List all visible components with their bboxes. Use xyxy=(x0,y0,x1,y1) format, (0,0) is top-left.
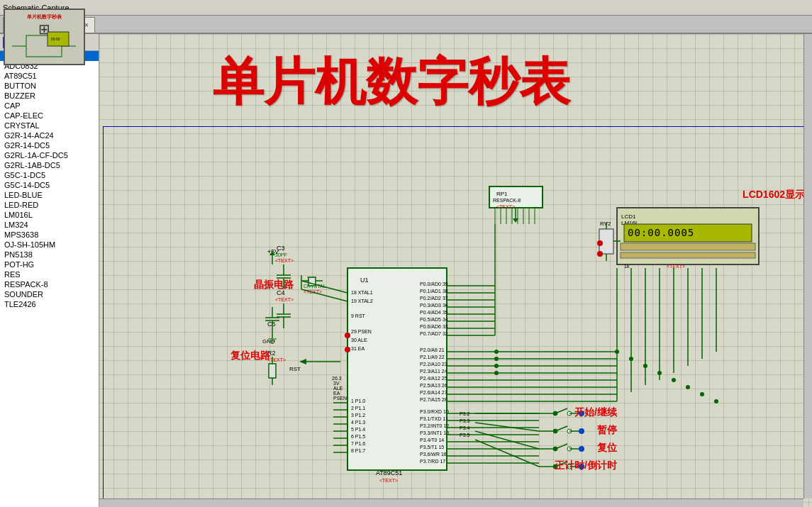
device-item-oj-sh-105hm[interactable]: OJ-SH-105HM xyxy=(0,240,99,250)
svg-text:P3.4: P3.4 xyxy=(460,425,470,430)
svg-point-160 xyxy=(553,429,557,433)
svg-text:P3.7/RD   17: P3.7/RD 17 xyxy=(420,459,445,464)
sidebar: 单片机数字秒表 ⊞ 00:00 P L DEVICES 1N4370AADC08… xyxy=(0,34,99,507)
svg-text:RV2: RV2 xyxy=(600,221,611,227)
device-item-cap[interactable]: CAP xyxy=(0,101,99,111)
svg-text:P3.2/INT0 12: P3.2/INT0 12 xyxy=(420,423,449,428)
svg-text:30PF: 30PF xyxy=(275,252,287,257)
svg-point-209 xyxy=(345,333,350,338)
btn-pause-label: 暂停 xyxy=(597,424,617,437)
device-item-pn5138[interactable]: PN5138 xyxy=(0,250,99,260)
svg-rect-118 xyxy=(617,208,759,264)
device-item-g5c-1-dc5[interactable]: G5C-1-DC5 xyxy=(0,170,99,180)
svg-text:GND: GND xyxy=(262,338,275,345)
svg-point-168 xyxy=(567,447,572,451)
device-item-crystal[interactable]: CRYSTAL xyxy=(0,121,99,130)
device-item-led-blue[interactable]: LED-BLUE xyxy=(0,190,99,200)
svg-text:LM16L: LM16L xyxy=(621,220,639,226)
thumbnail: 单片机数字秒表 ⊞ 00:00 xyxy=(4,9,85,65)
reset-label: 复位电路 xyxy=(230,350,270,362)
device-item-respack-8[interactable]: RESPACK-8 xyxy=(0,279,99,289)
svg-rect-124 xyxy=(621,243,755,250)
svg-point-202 xyxy=(629,357,633,361)
device-item-pot-hg[interactable]: POT-HG xyxy=(0,260,99,269)
svg-text:RP1: RP1 xyxy=(496,191,508,197)
device-item-lm324[interactable]: LM324 xyxy=(0,220,99,230)
svg-point-143 xyxy=(494,364,499,368)
device-item-at89c51[interactable]: AT89C51 xyxy=(0,71,99,81)
svg-line-93 xyxy=(301,281,347,293)
device-item-mps3638[interactable]: MPS3638 xyxy=(0,230,99,240)
btn-count-label: 正计时/倒计时 xyxy=(555,459,617,472)
device-item-tle2426[interactable]: TLE2426 xyxy=(0,299,99,309)
svg-point-166 xyxy=(553,447,557,451)
svg-text:00:00: 00:00 xyxy=(51,37,60,41)
svg-text:30  ALE: 30 ALE xyxy=(351,338,367,342)
device-item-sounder[interactable]: SOUNDER xyxy=(0,289,99,299)
svg-text:CRYSTAL: CRYSTAL xyxy=(304,284,326,289)
device-item-res[interactable]: RES xyxy=(0,269,99,279)
device-item-g2r-14-ac24[interactable]: G2R-14-AC24 xyxy=(0,130,99,140)
lcd-annotation: LCD1602显示 xyxy=(743,189,805,201)
svg-text:00:00.0005: 00:00.0005 xyxy=(628,227,694,238)
svg-text:P3.0/RXD  10: P3.0/RXD 10 xyxy=(420,409,449,414)
svg-rect-41 xyxy=(269,364,276,378)
svg-text:<TEXT>: <TEXT> xyxy=(275,258,294,263)
svg-text:AT89C51: AT89C51 xyxy=(376,469,402,477)
svg-point-203 xyxy=(643,364,647,368)
svg-point-142 xyxy=(494,357,499,361)
canvas-area[interactable]: 单片机数字秒表 C3 30PF <TEXT> C4 <TEXT> X1 CRYS… xyxy=(99,34,812,507)
svg-text:PSEN: PSEN xyxy=(333,396,347,401)
horizontal-scrollbar[interactable] xyxy=(99,498,803,507)
svg-point-201 xyxy=(615,350,619,354)
device-item-g5c-14-dc5[interactable]: G5C-14-DC5 xyxy=(0,180,99,190)
svg-point-141 xyxy=(494,350,499,354)
svg-text:P2.2/A10  23: P2.2/A10 23 xyxy=(420,362,447,367)
tab-bar: Schematic Capture × xyxy=(0,16,812,34)
device-item-buzzer[interactable]: BUZZER xyxy=(0,91,99,101)
svg-text:P2.6/A14  27: P2.6/A14 27 xyxy=(420,390,447,395)
svg-point-205 xyxy=(672,378,676,382)
svg-marker-27 xyxy=(269,251,275,255)
svg-point-210 xyxy=(345,347,350,352)
svg-text:5    P1.4: 5 P1.4 xyxy=(351,427,365,432)
svg-point-208 xyxy=(714,399,718,403)
svg-text:6    P1.5: 6 P1.5 xyxy=(351,434,365,439)
svg-line-190 xyxy=(475,423,539,431)
device-item-g2rl-1a-cf-dc5[interactable]: G2RL-1A-CF-DC5 xyxy=(0,150,99,160)
svg-text:P3.5/T1   15: P3.5/T1 15 xyxy=(420,445,444,450)
thumbnail-schematic: 00:00 xyxy=(5,28,85,64)
svg-point-164 xyxy=(579,428,584,434)
svg-text:P3.1/TXD  11: P3.1/TXD 11 xyxy=(420,416,448,421)
device-item-g2r-14-dc5[interactable]: G2R-14-DC5 xyxy=(0,140,99,150)
btn-reset-label: 复位 xyxy=(597,442,617,455)
svg-point-204 xyxy=(657,371,662,375)
svg-point-144 xyxy=(494,371,499,375)
svg-marker-44 xyxy=(299,359,306,364)
title-bar: Schematic Capture xyxy=(0,0,812,16)
svg-text:4    P1.3: 4 P1.3 xyxy=(351,420,365,425)
svg-text:P0.3/AD3  36: P0.3/AD3 36 xyxy=(420,303,448,308)
crystal-label: 晶振电路 xyxy=(254,279,294,291)
svg-point-212 xyxy=(597,251,603,257)
svg-text:P3.3: P3.3 xyxy=(460,418,470,423)
device-item-g2rl-1ab-dc5[interactable]: G2RL-1AB-DC5 xyxy=(0,160,99,170)
svg-text:29  PSEN: 29 PSEN xyxy=(351,329,372,334)
svg-text:P0.5/AD5  34: P0.5/AD5 34 xyxy=(420,317,448,322)
device-item-lm016l[interactable]: LM016L xyxy=(0,210,99,220)
svg-point-211 xyxy=(597,240,603,246)
svg-text:P0.4/AD4  35: P0.4/AD4 35 xyxy=(420,310,448,315)
svg-text:P0.1/AD1  38: P0.1/AD1 38 xyxy=(420,289,448,294)
svg-text:1    P1.0: 1 P1.0 xyxy=(351,399,365,403)
vertical-scrollbar[interactable] xyxy=(803,34,812,498)
device-item-led-red[interactable]: LED-RED xyxy=(0,200,99,210)
device-item-cap-elec[interactable]: CAP-ELEC xyxy=(0,111,99,121)
svg-text:P2.3/A11  24: P2.3/A11 24 xyxy=(420,369,447,374)
device-item-button[interactable]: BUTTON xyxy=(0,81,99,91)
svg-point-206 xyxy=(686,385,690,389)
svg-text:P0.0/AD0  39: P0.0/AD0 39 xyxy=(420,282,448,286)
device-list[interactable]: 1N4370AADC0832AT89C51BUTTONBUZZERCAPCAP-… xyxy=(0,51,99,507)
svg-rect-122 xyxy=(624,224,752,242)
svg-line-161 xyxy=(555,426,567,431)
svg-text:P3.2: P3.2 xyxy=(460,411,470,416)
